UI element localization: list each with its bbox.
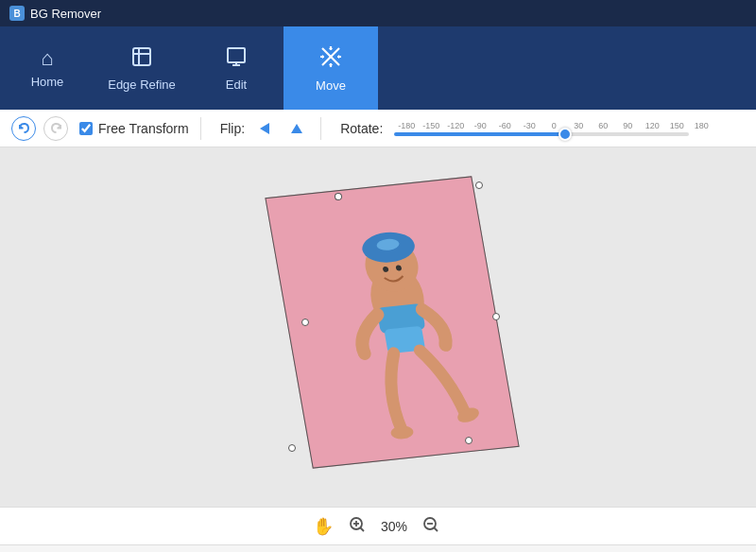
redo-button[interactable] (43, 116, 68, 141)
image-container[interactable] (288, 185, 496, 459)
edit-icon (225, 45, 248, 72)
home-icon: ⌂ (41, 48, 53, 69)
hand-tool-icon[interactable]: ✋ (313, 516, 334, 537)
zoom-percent: 30% (381, 519, 407, 534)
undo-button[interactable] (11, 116, 36, 141)
zoom-in-button[interactable] (345, 512, 369, 541)
zoom-out-button[interactable] (419, 512, 443, 541)
toolbar: Free Transform Flip: Rotate: -180 -150 -… (0, 110, 756, 147)
flip-label: Flip: (220, 121, 245, 136)
flip-vertical-button[interactable] (284, 118, 309, 139)
flip-horizontal-button[interactable] (252, 118, 277, 139)
svg-rect-1 (228, 48, 245, 62)
nav-edge-refine-label: Edge Refine (108, 78, 176, 92)
handle-tl[interactable] (334, 192, 342, 200)
canvas-area (0, 147, 756, 507)
move-icon (318, 44, 343, 73)
nav-home[interactable]: ⌂ Home (0, 26, 94, 110)
handle-tr[interactable] (475, 181, 483, 189)
handle-ml[interactable] (301, 319, 309, 326)
svg-line-17 (360, 527, 364, 531)
nav-move-label: Move (316, 78, 346, 93)
rotate-label: Rotate: (340, 121, 383, 136)
status-bar: ✋ 30% (0, 507, 756, 544)
divider-1 (200, 117, 201, 140)
nav-edit[interactable]: Edit (189, 26, 284, 110)
handle-bl[interactable] (288, 444, 296, 452)
nav-edit-label: Edit (226, 78, 247, 92)
svg-marker-5 (291, 124, 302, 133)
free-transform-label: Free Transform (98, 121, 189, 136)
app-title: BG Remover (30, 7, 101, 21)
free-transform-checkbox[interactable] (79, 122, 93, 135)
footer: New Image Download (0, 544, 756, 552)
rotate-control: -180 -150 -120 -90 -60 -30 0 30 60 90 12… (394, 121, 713, 136)
svg-point-12 (389, 424, 414, 440)
edge-refine-icon (130, 45, 153, 72)
svg-rect-0 (133, 48, 150, 65)
handle-br[interactable] (465, 437, 472, 444)
svg-line-21 (435, 527, 438, 531)
nav-edge-refine[interactable]: Edge Refine (94, 26, 189, 110)
divider-2 (320, 117, 321, 140)
app-icon: B (9, 6, 25, 21)
nav-move[interactable]: Move (284, 26, 378, 110)
nav-home-label: Home (31, 75, 64, 89)
title-bar: B BG Remover (0, 0, 756, 26)
nav-bar: ⌂ Home Edge Refine Edit (0, 26, 756, 110)
rotate-slider[interactable] (394, 132, 689, 136)
free-transform-toggle[interactable]: Free Transform (79, 121, 189, 136)
svg-marker-4 (260, 123, 269, 134)
handle-mr[interactable] (492, 313, 500, 320)
